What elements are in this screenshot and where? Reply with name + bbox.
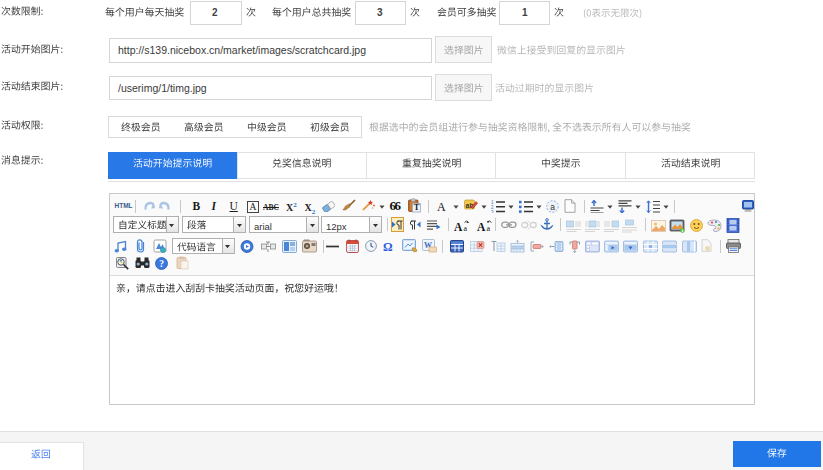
svg-text:T: T xyxy=(414,202,420,212)
svg-text:a: a xyxy=(550,201,555,211)
svg-text:A: A xyxy=(477,221,486,232)
svg-text:a: a xyxy=(486,224,490,232)
svg-text:a: a xyxy=(463,224,467,232)
svg-text:A: A xyxy=(454,221,463,232)
svg-text:?: ? xyxy=(159,258,164,268)
svg-text:3: 3 xyxy=(491,209,494,213)
